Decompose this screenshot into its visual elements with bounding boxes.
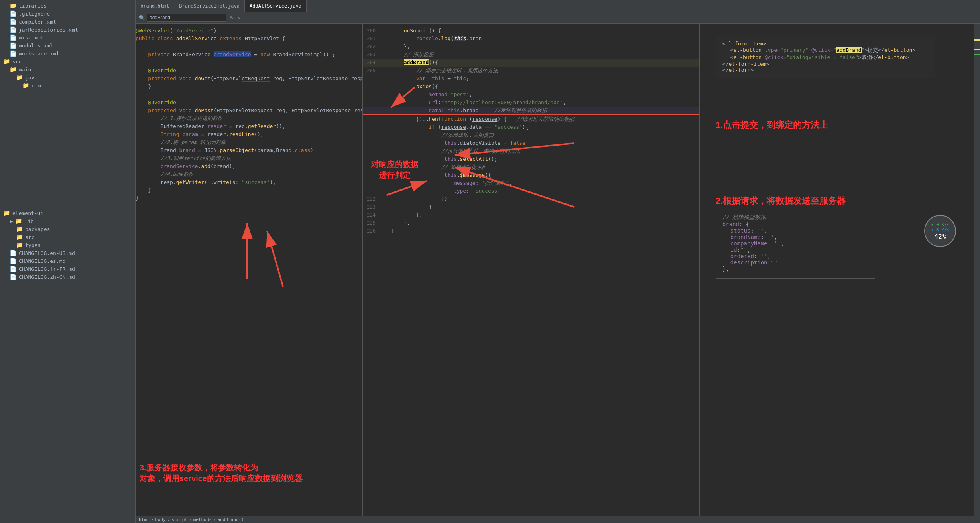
file-icon: 📄 — [10, 26, 16, 33]
code-line: //4.响应数据 — [136, 170, 362, 178]
tab-label: brand.html — [140, 3, 169, 9]
chevron-right-icon: ▶ — [10, 218, 13, 224]
tab-addservice[interactable]: AddAllService.java — [245, 0, 307, 12]
file-icon: 📄 — [10, 258, 16, 264]
brand-data-box: // 品牌模型数据 brand: { status: '', brandName… — [716, 207, 875, 279]
sidebar-item-label: src — [25, 234, 34, 240]
editors-split: @WebServlet("/addService") public class … — [136, 24, 980, 516]
sidebar-item-lib[interactable]: ▶ 📁 lib — [0, 217, 135, 225]
code-line: 226 }, — [363, 227, 699, 235]
folder-icon: 📁 — [10, 2, 16, 9]
middle-editor[interactable]: 200 onSubmit() { 201 console.log(this.br… — [363, 24, 700, 516]
sidebar-item-jar[interactable]: 📄 jarRepositories.xml — [0, 26, 135, 34]
brand-field: brand: { — [722, 221, 868, 227]
file-icon: 📄 — [10, 34, 16, 41]
sidebar-item-com[interactable]: 📁 com — [0, 81, 135, 89]
code-line: _this.dialogVisible = false — [363, 139, 699, 147]
sidebar-item-misc[interactable]: 📄 misc.xml — [0, 34, 135, 41]
sidebar-item-label: CHANGELOG.en-US.md — [19, 250, 75, 256]
brand-field: status: '', — [722, 227, 868, 234]
right-gutter — [974, 24, 980, 516]
tab-brandservice[interactable]: BrandServiceImpl.java — [174, 0, 245, 12]
sidebar-item-libraries[interactable]: 📁 libraries — [0, 2, 135, 10]
folder-icon: 📁 — [16, 234, 23, 240]
sidebar-item-src[interactable]: 📁 src — [0, 57, 135, 65]
code-line: private BrandService brandService = new … — [136, 51, 362, 59]
sidebar-item-workspace[interactable]: 📄 workspace.xml — [0, 49, 135, 57]
search-icon: 🔍 — [139, 15, 145, 21]
code-line: if (response.data == "success"){ — [363, 123, 699, 131]
right-editor[interactable]: <el-form-item> <el-button type="primary"… — [700, 24, 980, 516]
breadcrumb-sep: › — [213, 517, 216, 522]
code-line: 222 }), — [363, 195, 699, 203]
breadcrumb-script: script — [171, 517, 187, 522]
tabs-bar: brand.html BrandServiceImpl.java AddAllS… — [136, 0, 980, 12]
code-line: BufferedReader reader = req.getReader(); — [136, 122, 362, 130]
sidebar-item-packages[interactable]: 📁 packages — [0, 225, 135, 233]
editor-area: brand.html BrandServiceImpl.java AddAllS… — [136, 0, 980, 523]
network-indicator: ↑ 0 K/s ↓ 6 K/s 42% — [924, 215, 956, 247]
breadcrumb-addbrand: addBrand() — [218, 517, 244, 522]
code-line: var _this = this; — [363, 75, 699, 83]
code-line: 204 addBrand(){ — [363, 59, 699, 67]
sidebar-item-label: libraries — [19, 3, 47, 9]
sidebar-item-element-ui[interactable]: 📁 element-ui — [0, 209, 135, 217]
code-line: // 1.接收请求传递的数据 — [136, 114, 362, 122]
annotation-response: 对响应的数据进行判定 — [371, 159, 419, 181]
code-line — [136, 91, 362, 99]
search-input[interactable] — [147, 14, 226, 22]
sidebar: 📁 libraries 📄 .gitignore 📄 compiler.xml … — [0, 0, 136, 523]
main-container: 📁 libraries 📄 .gitignore 📄 compiler.xml … — [0, 0, 980, 523]
popup-line: <el-button type="primary" @click="addBra… — [722, 47, 928, 54]
sidebar-item-java[interactable]: 📁 java — [0, 73, 135, 81]
popup-line: </el-form-item> — [722, 61, 928, 67]
folder-icon: 📁 — [16, 226, 23, 232]
sidebar-item-changelog-fr[interactable]: 📄 CHANGELOG.fr-FR.md — [0, 265, 135, 273]
sidebar-item-compiler[interactable]: 📄 compiler.xml — [0, 18, 135, 26]
sidebar-item-label: lib — [24, 218, 33, 224]
sidebar-item-changelog-es[interactable]: 📄 CHANGELOG.es.md — [0, 257, 135, 265]
brand-field: description:"" — [722, 259, 868, 266]
code-line: } — [136, 186, 362, 194]
left-editor[interactable]: @WebServlet("/addService") public class … — [136, 24, 363, 516]
folder-icon: 📁 — [10, 66, 16, 73]
sidebar-item-src2[interactable]: 📁 src — [0, 233, 135, 241]
sidebar-item-label: CHANGELOG.zh-CN.md — [19, 274, 75, 280]
popup-el-form: <el-form-item> <el-button type="primary"… — [716, 36, 935, 78]
sidebar-item-label: com — [31, 83, 41, 89]
sidebar-item-changelog-en[interactable]: 📄 CHANGELOG.en-US.md — [0, 249, 135, 257]
sidebar-item-label: packages — [25, 226, 50, 232]
sidebar-item-types[interactable]: 📁 types — [0, 241, 135, 249]
code-line: //再次调用方法，查询所有的方法 — [363, 147, 699, 155]
code-line: //3.调用service的新增方法 — [136, 154, 362, 162]
breadcrumb-sep: › — [189, 517, 192, 522]
sidebar-item-label: compiler.xml — [19, 19, 56, 25]
breadcrumb-sep: › — [151, 517, 154, 522]
code-line: //2.将 param 转化为对象 — [136, 138, 362, 146]
sidebar-item-label: misc.xml — [19, 35, 44, 41]
sidebar-item-modules[interactable]: 📄 modules.xml — [0, 41, 135, 49]
code-line: brandService.add(brand); — [136, 162, 362, 170]
file-icon: 📄 — [10, 266, 16, 272]
code-line: Brand brand = JSON.parseObject(param,Bra… — [136, 146, 362, 154]
folder-icon: 📁 — [15, 218, 22, 224]
sidebar-item-main[interactable]: 📁 main — [0, 65, 135, 73]
folder-icon: 📁 — [16, 242, 23, 248]
tab-brand-html[interactable]: brand.html — [136, 0, 174, 12]
code-line: protected void doGet(HttpServletRequest … — [136, 75, 362, 83]
code-line: 205 // 添加点击确定时，调用这个方法 — [363, 67, 699, 75]
sidebar-item-gitignore[interactable]: 📄 .gitignore — [0, 10, 135, 18]
code-line: 200 onSubmit() { — [363, 27, 699, 35]
code-line: }).then(function (response) { //请求过去获取响应… — [363, 115, 699, 123]
sidebar-item-label: .gitignore — [19, 11, 50, 17]
breadcrumb-methods: methods — [193, 517, 212, 522]
breadcrumb-sep: › — [167, 517, 170, 522]
sidebar-item-changelog-zh[interactable]: 📄 CHANGELOG.zh-CN.md — [0, 273, 135, 281]
code-line: 201 console.log(this.bran — [363, 35, 699, 43]
sidebar-item-label: types — [25, 242, 41, 248]
code-line — [136, 43, 362, 51]
code-line: } — [136, 83, 362, 91]
sidebar-item-label: element-ui — [12, 210, 43, 216]
code-line: 203 // 添加数据 — [363, 51, 699, 59]
search-options: Aa W — [230, 15, 240, 20]
